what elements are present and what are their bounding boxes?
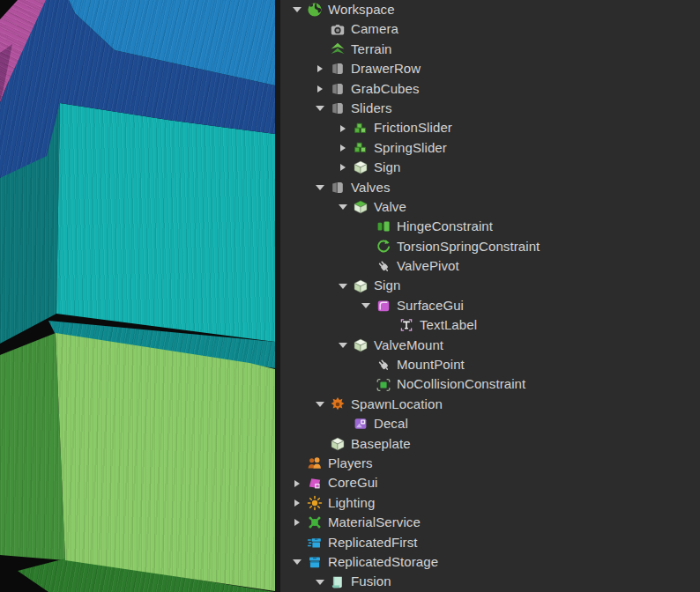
tree-item-torsionspringconstraint[interactable]: TorsionSpringConstraint [280,237,700,256]
model-green-icon [353,140,369,156]
surfacegui-icon [376,298,391,314]
collapse-arrow-icon[interactable] [333,197,353,217]
arrow-spacer [310,40,330,59]
tree-item-springslider[interactable]: SpringSlider [280,138,700,158]
nocollision-icon [376,377,391,393]
collapse-arrow-icon[interactable] [310,178,330,197]
expand-arrow-icon[interactable] [310,59,330,78]
tree-item-label: Sliders [351,99,392,118]
tree-item-label: ReplicatedFirst [328,533,418,552]
tree-item-camera[interactable]: Camera [280,19,700,39]
tree-item-drawerrow[interactable]: DrawerRow [280,59,700,78]
tree-item-materialservice[interactable]: MaterialService [280,513,700,532]
part-icon [353,278,369,294]
arrow-spacer [287,533,307,552]
tree-item-label: Players [328,454,373,473]
expand-arrow-icon[interactable] [287,473,307,492]
collapse-arrow-icon[interactable] [310,572,330,591]
tree-item-label: Sign [374,276,400,295]
tree-item-replicatedstorage[interactable]: ReplicatedStorage [280,552,700,572]
tree-item-valvemount[interactable]: ValveMount [280,336,700,355]
part-icon [330,436,346,452]
tree-item-label: FrictionSlider [374,118,452,137]
workspace-icon [307,2,323,18]
expand-arrow-icon[interactable] [333,158,353,177]
tree-item-sign[interactable]: Sign [280,158,700,177]
tree-item-label: Lighting [328,493,375,513]
tree-item-label: Baseplate [351,434,411,454]
arrow-spacer [356,237,376,256]
modulescript-icon [330,574,346,590]
tree-item-sign[interactable]: Sign [280,276,700,295]
tree-item-baseplate[interactable]: Baseplate [280,434,700,454]
valve-icon [353,199,369,215]
materialservice-icon [307,514,323,530]
tree-item-label: TorsionSpringConstraint [397,237,540,256]
textlabel-icon [398,317,414,333]
tree-item-spawnlocation[interactable]: SpawnLocation [280,395,700,414]
tree-item-label: ReplicatedStorage [328,552,438,572]
arrow-spacer [379,315,398,335]
tree-item-grabcubes[interactable]: GrabCubes [280,79,700,99]
collapse-arrow-icon[interactable] [310,395,330,414]
arrow-spacer [333,414,353,433]
tree-item-mountpoint[interactable]: MountPoint [280,355,700,374]
expand-arrow-icon[interactable] [287,513,307,532]
tree-item-label: Valve [374,197,406,217]
attachment-icon [376,357,391,373]
collapse-arrow-icon[interactable] [287,552,307,572]
model-green-icon [353,121,369,137]
tree-item-surfacegui[interactable]: SurfaceGui [280,296,700,315]
collapse-arrow-icon[interactable] [333,276,353,295]
tree-item-label: TextLabel [420,315,477,335]
tree-item-frictionslider[interactable]: FrictionSlider [280,118,700,137]
expand-arrow-icon[interactable] [333,138,353,158]
tree-item-label: MountPoint [397,355,465,374]
tree-item-label: NoCollisionConstraint [397,374,525,394]
tree-item-valves[interactable]: Valves [280,178,700,197]
tree-item-players[interactable]: Players [280,454,700,473]
part-icon [353,159,369,175]
tree-item-label: DrawerRow [351,59,421,78]
tree-item-label: ValveMount [374,336,443,355]
torsion-spring-icon [376,239,391,255]
model-icon [330,100,346,116]
arrow-spacer [310,19,330,39]
model-icon [330,180,346,196]
tree-item-label: HingeConstraint [397,217,493,236]
tree-item-terrain[interactable]: Terrain [280,40,700,59]
camera-icon [330,22,346,38]
tree-item-label: Terrain [351,40,392,59]
tree-item-label: SpawnLocation [351,395,443,414]
collapse-arrow-icon[interactable] [287,0,307,19]
tree-item-nocollisionconstraint[interactable]: NoCollisionConstraint [280,374,700,394]
arrow-spacer [356,355,376,374]
tree-item-lighting[interactable]: Lighting [280,493,700,513]
tree-item-label: Fusion [351,572,391,591]
collapse-arrow-icon[interactable] [310,99,330,118]
collapse-arrow-icon[interactable] [356,296,376,315]
tree-item-valve[interactable]: Valve [280,197,700,217]
explorer-panel: WorkspaceCameraTerrainDrawerRowGrabCubes… [280,0,700,592]
collapse-arrow-icon[interactable] [333,336,353,355]
replicatedfirst-icon [307,535,323,551]
tree-item-label: Decal [374,414,408,433]
part-icon [353,337,369,353]
tree-item-fusion[interactable]: Fusion [280,572,700,591]
tree-item-coregui[interactable]: CoreGui [280,473,700,492]
tree-item-decal[interactable]: Decal [280,414,700,433]
coregui-icon [307,476,323,492]
tree-item-label: SurfaceGui [397,296,464,315]
tree-item-replicatedfirst[interactable]: ReplicatedFirst [280,533,700,552]
tree-item-hingeconstraint[interactable]: HingeConstraint [280,217,700,236]
tree-item-textlabel[interactable]: TextLabel [280,315,700,335]
expand-arrow-icon[interactable] [287,493,307,513]
tree-item-sliders[interactable]: Sliders [280,99,700,118]
tree-item-label: CoreGui [328,473,378,492]
tree-item-valvepivot[interactable]: ValvePivot [280,256,700,276]
tree-item-workspace[interactable]: Workspace [280,0,700,19]
3d-viewport[interactable] [0,0,275,592]
expand-arrow-icon[interactable] [333,118,353,137]
expand-arrow-icon[interactable] [310,79,330,99]
tree-item-label: Workspace [328,0,395,19]
